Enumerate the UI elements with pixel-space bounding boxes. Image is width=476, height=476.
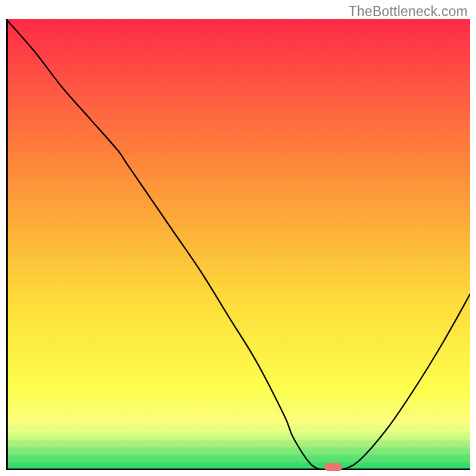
green-bands xyxy=(6,425,470,470)
green-band xyxy=(6,433,470,440)
optimal-marker xyxy=(324,463,342,471)
watermark: TheBottleneck.com xyxy=(349,4,468,20)
green-band xyxy=(6,440,470,447)
chart-frame: TheBottleneck.com xyxy=(0,0,476,476)
green-band xyxy=(6,455,470,463)
chart-svg xyxy=(6,19,470,470)
green-band xyxy=(6,447,470,455)
gradient-background xyxy=(6,19,470,470)
plot-area xyxy=(6,19,470,470)
green-band xyxy=(6,425,470,433)
